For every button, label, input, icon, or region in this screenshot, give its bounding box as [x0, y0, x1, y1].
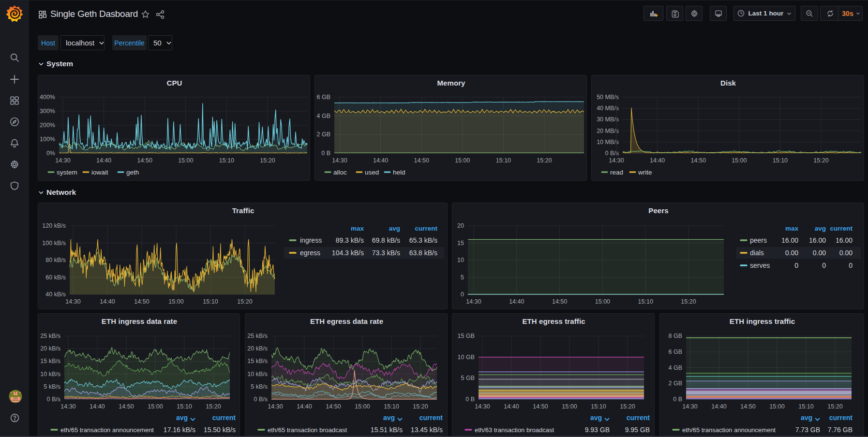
svg-text:50 MB/s: 50 MB/s [597, 94, 619, 101]
svg-text:0.00: 0.00 [839, 249, 853, 257]
svg-text:14:50: 14:50 [414, 157, 429, 164]
svg-text:held: held [393, 169, 405, 176]
svg-text:20: 20 [457, 222, 464, 229]
svg-text:iowait: iowait [91, 169, 108, 176]
svg-text:eth/65 transaction announcemen: eth/65 transaction announcement [60, 426, 154, 434]
svg-text:current: current [212, 414, 236, 422]
svg-text:14:40: 14:40 [509, 298, 524, 305]
svg-text:15:10: 15:10 [496, 157, 511, 164]
svg-text:14:50: 14:50 [691, 157, 706, 164]
svg-text:15.51 kB/s: 15.51 kB/s [371, 426, 403, 434]
svg-text:15:10: 15:10 [384, 403, 399, 410]
svg-text:dials: dials [750, 249, 764, 257]
svg-text:104.3 kB/s: 104.3 kB/s [332, 249, 364, 257]
svg-text:40 kB/s: 40 kB/s [45, 291, 66, 298]
svg-text:geth: geth [126, 169, 139, 176]
svg-text:6 GB: 6 GB [669, 349, 683, 355]
svg-text:5 kB/s: 5 kB/s [251, 383, 268, 390]
svg-text:15:00: 15:00 [562, 403, 577, 410]
svg-text:eth/65 transaction broadcast: eth/65 transaction broadcast [268, 426, 347, 434]
svg-text:15:00: 15:00 [769, 403, 784, 410]
svg-text:0: 0 [794, 262, 798, 269]
svg-text:15:10: 15:10 [203, 298, 218, 305]
svg-text:serves: serves [750, 262, 770, 269]
svg-text:14:30: 14:30 [475, 403, 490, 410]
svg-text:5 GB: 5 GB [461, 375, 475, 381]
svg-text:avg: avg [590, 414, 602, 422]
svg-text:15: 15 [457, 240, 464, 247]
svg-text:eth/63 transaction broadcast: eth/63 transaction broadcast [475, 426, 554, 434]
svg-text:14:50: 14:50 [119, 403, 134, 410]
svg-text:15:00: 15:00 [455, 157, 470, 164]
svg-text:400%: 400% [40, 94, 55, 101]
svg-text:30 MB/s: 30 MB/s [597, 116, 619, 123]
svg-text:14:30: 14:30 [466, 298, 481, 305]
svg-text:eth/65 transaction announcemen: eth/65 transaction announcement [682, 426, 776, 434]
svg-text:14:40: 14:40 [711, 403, 726, 410]
svg-text:avg: avg [383, 414, 395, 422]
svg-text:10: 10 [457, 257, 464, 263]
svg-text:15:20: 15:20 [260, 157, 275, 164]
svg-text:10 GB: 10 GB [458, 354, 475, 361]
svg-text:15:00: 15:00 [595, 298, 610, 305]
svg-text:14:30: 14:30 [268, 403, 283, 410]
svg-text:4 GB: 4 GB [669, 364, 683, 371]
svg-text:max: max [351, 225, 364, 232]
svg-text:avg: avg [389, 225, 400, 232]
svg-text:0: 0 [461, 291, 464, 298]
svg-text:15:00: 15:00 [168, 298, 183, 305]
svg-text:13.45 kB/s: 13.45 kB/s [411, 426, 443, 434]
svg-text:14:40: 14:40 [504, 403, 519, 410]
svg-text:5 kB/s: 5 kB/s [44, 383, 60, 390]
svg-text:15:20: 15:20 [620, 403, 635, 410]
svg-text:write: write [638, 169, 652, 176]
svg-text:7.73 GB: 7.73 GB [795, 426, 820, 434]
svg-text:16.00: 16.00 [781, 236, 798, 244]
svg-text:10 kB/s: 10 kB/s [40, 371, 60, 378]
svg-text:0 B/s: 0 B/s [605, 150, 619, 157]
svg-text:current: current [415, 225, 437, 232]
svg-text:63.8 kB/s: 63.8 kB/s [409, 249, 437, 257]
svg-text:14:50: 14:50 [740, 403, 755, 410]
svg-text:6 GB: 6 GB [317, 94, 331, 101]
svg-text:20 kB/s: 20 kB/s [247, 345, 268, 352]
svg-text:15:20: 15:20 [813, 157, 828, 164]
svg-text:max: max [785, 225, 799, 232]
svg-text:14:30: 14:30 [65, 298, 80, 305]
svg-text:300%: 300% [40, 108, 55, 115]
svg-text:15:00: 15:00 [732, 157, 747, 164]
svg-text:10 MB/s: 10 MB/s [597, 139, 619, 146]
svg-text:4 GB: 4 GB [317, 113, 331, 119]
svg-text:15 GB: 15 GB [458, 333, 475, 339]
svg-text:used: used [365, 169, 379, 176]
svg-text:15:20: 15:20 [681, 298, 696, 305]
svg-text:14:40: 14:40 [650, 157, 665, 164]
svg-text:69.8 kB/s: 69.8 kB/s [372, 236, 400, 244]
svg-text:15:00: 15:00 [178, 157, 193, 164]
svg-text:avg: avg [801, 414, 812, 422]
svg-text:200%: 200% [40, 122, 55, 129]
svg-text:100%: 100% [40, 136, 55, 143]
svg-text:current: current [829, 414, 853, 422]
svg-text:14:40: 14:40 [90, 403, 105, 410]
svg-text:17.16 kB/s: 17.16 kB/s [164, 426, 195, 434]
svg-text:100 kB/s: 100 kB/s [42, 240, 66, 247]
svg-text:15.50 kB/s: 15.50 kB/s [204, 426, 236, 434]
svg-text:current: current [830, 225, 853, 232]
svg-text:0 B/s: 0 B/s [254, 396, 268, 403]
svg-text:14:40: 14:40 [96, 157, 111, 164]
svg-text:120 kB/s: 120 kB/s [42, 222, 66, 229]
svg-text:25 kB/s: 25 kB/s [247, 333, 268, 339]
svg-text:15:10: 15:10 [773, 157, 788, 164]
svg-text:15 kB/s: 15 kB/s [40, 358, 60, 364]
svg-text:avg: avg [815, 225, 826, 232]
svg-text:15:10: 15:10 [798, 403, 813, 410]
svg-text:14:30: 14:30 [332, 157, 347, 164]
svg-text:20 MB/s: 20 MB/s [597, 128, 619, 134]
svg-text:14:30: 14:30 [609, 157, 624, 164]
svg-text:15:20: 15:20 [237, 298, 252, 305]
svg-text:5: 5 [461, 274, 464, 281]
svg-text:0 B/s: 0 B/s [47, 396, 61, 403]
svg-text:15:20: 15:20 [206, 403, 221, 410]
svg-text:15:20: 15:20 [537, 157, 552, 164]
